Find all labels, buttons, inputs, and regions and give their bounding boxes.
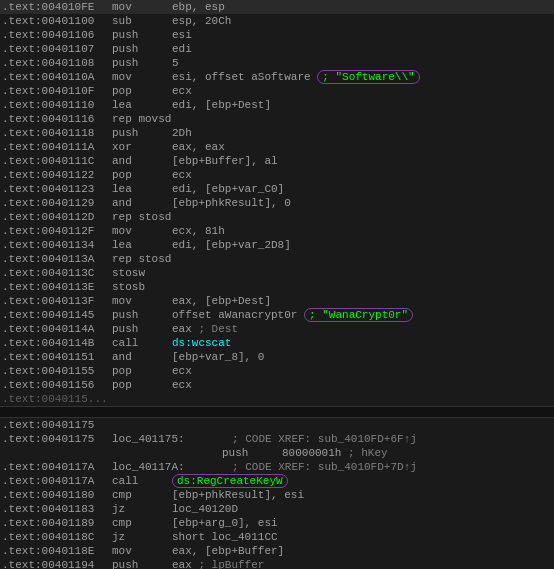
code-line[interactable]: .text:00401110 lea edi, [ebp+Dest]: [0, 98, 554, 112]
comment: ; lpBuffer: [198, 559, 264, 569]
software-string: ; "Software\\": [317, 70, 419, 84]
address: .text:0040117A: [2, 474, 112, 488]
loc-401175-label[interactable]: .text:00401175 loc_401175: ; CODE XREF: …: [0, 432, 554, 446]
operands: ecx: [172, 378, 552, 392]
mnemonic: push: [112, 126, 172, 140]
address: .text:00401123: [2, 182, 112, 196]
operands: 2Dh: [172, 126, 552, 140]
address: .text:0040112D: [2, 210, 112, 224]
top-section: .text:004010FE mov ebp, esp .text:004011…: [0, 0, 554, 406]
code-line[interactable]: .text:00401183 jz loc_40120D: [0, 502, 554, 516]
code-line[interactable]: .text:0040114A push eax ; Dest: [0, 322, 554, 336]
code-line[interactable]: .text:00401180 cmp [ebp+phkResult], esi: [0, 488, 554, 502]
code-line[interactable]: .text:00401106 push esi: [0, 28, 554, 42]
operands: ebp, esp: [172, 0, 552, 14]
code-line[interactable]: .text:00401189 cmp [ebp+arg_0], esi: [0, 516, 554, 530]
operands: edi, [ebp+Dest]: [172, 98, 552, 112]
mnemonic: and: [112, 350, 172, 364]
code-line[interactable]: .text:0040111C and [ebp+Buffer], al: [0, 154, 554, 168]
address: .text:0040111C: [2, 154, 112, 168]
address: .text:00401110: [2, 98, 112, 112]
mnemonic: jz: [112, 502, 172, 516]
operands: ds:RegCreateKeyW: [172, 474, 552, 488]
code-line: .text:00401175: [0, 418, 554, 432]
code-line[interactable]: .text:00401116 rep movsd: [0, 112, 554, 126]
address: .text:0040113F: [2, 294, 112, 308]
code-line[interactable]: .text:0040111A xor eax, eax: [0, 140, 554, 154]
address: .text:00401129: [2, 196, 112, 210]
address: .text:0040114A: [2, 322, 112, 336]
mnemonic: push: [112, 308, 172, 322]
code-line[interactable]: .text:0040114B call ds:wcscat: [0, 336, 554, 350]
mnemonic: mov: [112, 294, 172, 308]
xref-comment: ; CODE XREF: sub_4010FD+7D↑j: [232, 460, 417, 474]
mnemonic: mov: [112, 0, 172, 14]
label-name: loc_401175:: [112, 432, 232, 446]
code-line[interactable]: .text:00401108 push 5: [0, 56, 554, 70]
code-line[interactable]: .text:0040113A rep stosd: [0, 252, 554, 266]
code-line[interactable]: .text:00401155 pop ecx: [0, 364, 554, 378]
code-line[interactable]: .text:0040112D rep stosd: [0, 210, 554, 224]
mnemonic: and: [112, 196, 172, 210]
code-line[interactable]: .text:0040118E mov eax, [ebp+Buffer]: [0, 544, 554, 558]
address: .text:0040110F: [2, 84, 112, 98]
code-line[interactable]: .text:0040113E stosb: [0, 280, 554, 294]
code-line[interactable]: .text:00401151 and [ebp+var_8], 0: [0, 350, 554, 364]
address: .text:004010FE: [2, 0, 112, 14]
wanacrypt0r-string-line[interactable]: .text:00401145 push offset aWanacrypt0r …: [0, 308, 554, 322]
mnemonic: mov: [112, 544, 172, 558]
address: .text:0040114B: [2, 336, 112, 350]
regcreatekey-call-line[interactable]: .text:0040117A call ds:RegCreateKeyW: [0, 474, 554, 488]
code-line[interactable]: .text:004010FE mov ebp, esp: [0, 0, 554, 14]
mnemonic: pop: [112, 364, 172, 378]
operands: esi: [172, 28, 552, 42]
mnemonic: push: [112, 28, 172, 42]
address: .text:00401107: [2, 42, 112, 56]
label-name: loc_40117A:: [112, 460, 232, 474]
code-line[interactable]: .text:00401129 and [ebp+phkResult], 0: [0, 196, 554, 210]
code-line[interactable]: .text:00401118 push 2Dh: [0, 126, 554, 140]
mnemonic: cmp: [112, 488, 172, 502]
mnemonic: and: [112, 154, 172, 168]
address: .text:0040117A: [2, 460, 112, 474]
code-line[interactable]: .text:00401194 push eax ; lpBuffer: [0, 558, 554, 569]
address: .text:0040113C: [2, 266, 112, 280]
code-line-truncated: .text:0040115...: [0, 392, 554, 406]
address: .text:00401108: [2, 56, 112, 70]
code-line[interactable]: .text:00401134 lea edi, [ebp+var_2D8]: [0, 238, 554, 252]
mnemonic: push: [112, 42, 172, 56]
address: .text:0040118E: [2, 544, 112, 558]
operands: [ebp+Buffer], al: [172, 154, 552, 168]
address: .text:00401134: [2, 238, 112, 252]
bottom-section: .text:00401175 .text:00401175 loc_401175…: [0, 418, 554, 569]
code-line[interactable]: .text:0040112F mov ecx, 81h: [0, 224, 554, 238]
operands: [ebp+var_8], 0: [172, 350, 552, 364]
mnemonic: sub: [112, 14, 172, 28]
code-line[interactable]: .text:00401107 push edi: [0, 42, 554, 56]
operands: edi: [172, 42, 552, 56]
address: .text:0040118C: [2, 530, 112, 544]
software-string-line[interactable]: .text:0040110A mov esi, offset aSoftware…: [0, 70, 554, 84]
code-line[interactable]: .text:0040113F mov eax, [ebp+Dest]: [0, 294, 554, 308]
operands: esi, offset aSoftware ; "Software\\": [172, 70, 552, 84]
mnemonic: rep stosd: [112, 210, 172, 224]
operands: [ebp+arg_0], esi: [172, 516, 552, 530]
code-line[interactable]: .text:0040118C jz short loc_4011CC: [0, 530, 554, 544]
operands: eax, [ebp+Buffer]: [172, 544, 552, 558]
address: .text:00401151: [2, 350, 112, 364]
address: .text:00401118: [2, 126, 112, 140]
address: .text:00401180: [2, 488, 112, 502]
code-line[interactable]: .text:00401156 pop ecx: [0, 378, 554, 392]
code-line[interactable]: .text:00401122 pop ecx: [0, 168, 554, 182]
code-line[interactable]: .text:0040110F pop ecx: [0, 84, 554, 98]
code-line[interactable]: .text:00401100 sub esp, 20Ch: [0, 14, 554, 28]
code-line[interactable]: .text:0040113C stosw: [0, 266, 554, 280]
regcreatekey-highlight: ds:RegCreateKeyW: [172, 474, 288, 488]
address: .text:00401145: [2, 308, 112, 322]
loc-40117A-label[interactable]: .text:0040117A loc_40117A: ; CODE XREF: …: [0, 460, 554, 474]
operands: edi, [ebp+var_C0]: [172, 182, 552, 196]
code-line[interactable]: push 80000001h ; hKey: [0, 446, 554, 460]
operands: eax ; lpBuffer: [172, 558, 552, 569]
mnemonic: push: [112, 56, 172, 70]
code-line[interactable]: .text:00401123 lea edi, [ebp+var_C0]: [0, 182, 554, 196]
